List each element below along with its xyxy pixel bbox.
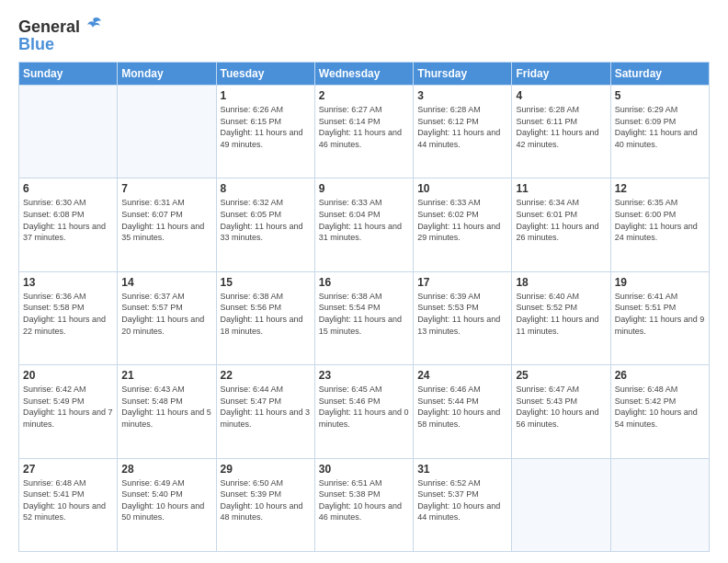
- calendar-cell: 21Sunrise: 6:43 AMSunset: 5:48 PMDayligh…: [118, 365, 216, 458]
- calendar-cell: 10Sunrise: 6:33 AMSunset: 6:02 PMDayligh…: [414, 178, 512, 271]
- day-info: Sunrise: 6:43 AMSunset: 5:48 PMDaylight:…: [121, 384, 211, 430]
- calendar-cell: 22Sunrise: 6:44 AMSunset: 5:47 PMDayligh…: [216, 365, 314, 458]
- day-info: Sunrise: 6:26 AMSunset: 6:15 PMDaylight:…: [221, 104, 311, 150]
- calendar-cell: [19, 86, 118, 178]
- day-number: 15: [221, 276, 311, 289]
- day-number: 26: [615, 369, 705, 382]
- day-info: Sunrise: 6:32 AMSunset: 6:05 PMDaylight:…: [221, 197, 311, 243]
- calendar-cell: 6Sunrise: 6:30 AMSunset: 6:08 PMDaylight…: [19, 178, 118, 271]
- day-info: Sunrise: 6:52 AMSunset: 5:37 PMDaylight:…: [417, 477, 507, 523]
- day-info: Sunrise: 6:30 AMSunset: 6:08 PMDaylight:…: [23, 197, 113, 243]
- calendar-cell: 13Sunrise: 6:36 AMSunset: 5:58 PMDayligh…: [19, 271, 118, 364]
- day-info: Sunrise: 6:33 AMSunset: 6:04 PMDaylight:…: [319, 197, 409, 243]
- day-number: 12: [615, 182, 705, 195]
- day-number: 19: [615, 276, 705, 289]
- day-number: 17: [417, 276, 507, 289]
- calendar-cell: 16Sunrise: 6:38 AMSunset: 5:54 PMDayligh…: [314, 271, 413, 364]
- day-number: 2: [319, 89, 409, 102]
- day-number: 24: [417, 369, 507, 382]
- day-info: Sunrise: 6:35 AMSunset: 6:00 PMDaylight:…: [615, 197, 705, 243]
- weekday-header-sunday: Sunday: [19, 63, 118, 86]
- day-number: 4: [516, 89, 606, 102]
- calendar-cell: 29Sunrise: 6:50 AMSunset: 5:39 PMDayligh…: [216, 458, 314, 551]
- day-info: Sunrise: 6:27 AMSunset: 6:14 PMDaylight:…: [319, 104, 409, 150]
- calendar-cell: [610, 458, 709, 551]
- calendar-cell: 28Sunrise: 6:49 AMSunset: 5:40 PMDayligh…: [118, 458, 216, 551]
- day-info: Sunrise: 6:37 AMSunset: 5:57 PMDaylight:…: [121, 291, 211, 337]
- calendar-cell: 8Sunrise: 6:32 AMSunset: 6:05 PMDaylight…: [216, 178, 314, 271]
- day-info: Sunrise: 6:41 AMSunset: 5:51 PMDaylight:…: [615, 291, 705, 337]
- day-number: 1: [221, 89, 311, 102]
- calendar-cell: 20Sunrise: 6:42 AMSunset: 5:49 PMDayligh…: [19, 365, 118, 458]
- calendar-cell: 23Sunrise: 6:45 AMSunset: 5:46 PMDayligh…: [314, 365, 413, 458]
- calendar-cell: 31Sunrise: 6:52 AMSunset: 5:37 PMDayligh…: [414, 458, 512, 551]
- day-info: Sunrise: 6:34 AMSunset: 6:01 PMDaylight:…: [516, 197, 606, 243]
- day-number: 9: [319, 182, 409, 195]
- weekday-header-tuesday: Tuesday: [216, 63, 314, 86]
- day-info: Sunrise: 6:46 AMSunset: 5:44 PMDaylight:…: [417, 384, 507, 430]
- week-row-4: 20Sunrise: 6:42 AMSunset: 5:49 PMDayligh…: [19, 365, 710, 458]
- day-number: 10: [417, 182, 507, 195]
- day-info: Sunrise: 6:33 AMSunset: 6:02 PMDaylight:…: [417, 197, 507, 243]
- page: General Blue SundayMondayTuesdayWednesda…: [0, 0, 728, 563]
- calendar-cell: 4Sunrise: 6:28 AMSunset: 6:11 PMDaylight…: [512, 86, 610, 178]
- weekday-header-saturday: Saturday: [610, 63, 709, 86]
- day-info: Sunrise: 6:49 AMSunset: 5:40 PMDaylight:…: [121, 477, 211, 523]
- day-number: 30: [319, 463, 409, 476]
- logo-bird-icon: [84, 15, 104, 39]
- weekday-header-monday: Monday: [118, 63, 216, 86]
- day-number: 5: [615, 89, 705, 102]
- calendar-cell: 18Sunrise: 6:40 AMSunset: 5:52 PMDayligh…: [512, 271, 610, 364]
- week-row-2: 6Sunrise: 6:30 AMSunset: 6:08 PMDaylight…: [19, 178, 710, 271]
- calendar-cell: 25Sunrise: 6:47 AMSunset: 5:43 PMDayligh…: [512, 365, 610, 458]
- week-row-5: 27Sunrise: 6:48 AMSunset: 5:41 PMDayligh…: [19, 458, 710, 551]
- logo-blue-text: Blue: [18, 35, 54, 54]
- logo-text: General: [18, 17, 80, 37]
- day-info: Sunrise: 6:28 AMSunset: 6:12 PMDaylight:…: [417, 104, 507, 150]
- calendar-table: SundayMondayTuesdayWednesdayThursdayFrid…: [18, 62, 710, 552]
- day-info: Sunrise: 6:39 AMSunset: 5:53 PMDaylight:…: [417, 291, 507, 337]
- day-number: 21: [121, 369, 211, 382]
- weekday-header-row: SundayMondayTuesdayWednesdayThursdayFrid…: [19, 63, 710, 86]
- header: General Blue: [18, 15, 710, 54]
- day-number: 29: [221, 463, 311, 476]
- day-number: 31: [417, 463, 507, 476]
- week-row-1: 1Sunrise: 6:26 AMSunset: 6:15 PMDaylight…: [19, 86, 710, 178]
- day-info: Sunrise: 6:31 AMSunset: 6:07 PMDaylight:…: [121, 197, 211, 243]
- calendar-cell: 24Sunrise: 6:46 AMSunset: 5:44 PMDayligh…: [414, 365, 512, 458]
- day-info: Sunrise: 6:48 AMSunset: 5:42 PMDaylight:…: [615, 384, 705, 430]
- day-info: Sunrise: 6:38 AMSunset: 5:54 PMDaylight:…: [319, 291, 409, 337]
- day-number: 16: [319, 276, 409, 289]
- day-number: 23: [319, 369, 409, 382]
- calendar-cell: 30Sunrise: 6:51 AMSunset: 5:38 PMDayligh…: [314, 458, 413, 551]
- day-number: 11: [516, 182, 606, 195]
- day-number: 20: [23, 369, 113, 382]
- day-number: 18: [516, 276, 606, 289]
- day-info: Sunrise: 6:38 AMSunset: 5:56 PMDaylight:…: [221, 291, 311, 337]
- day-info: Sunrise: 6:45 AMSunset: 5:46 PMDaylight:…: [319, 384, 409, 430]
- day-number: 27: [23, 463, 113, 476]
- day-number: 6: [23, 182, 113, 195]
- calendar-cell: 27Sunrise: 6:48 AMSunset: 5:41 PMDayligh…: [19, 458, 118, 551]
- weekday-header-wednesday: Wednesday: [314, 63, 413, 86]
- weekday-header-friday: Friday: [512, 63, 610, 86]
- day-info: Sunrise: 6:36 AMSunset: 5:58 PMDaylight:…: [23, 291, 113, 337]
- day-number: 28: [121, 463, 211, 476]
- weekday-header-thursday: Thursday: [414, 63, 512, 86]
- day-info: Sunrise: 6:48 AMSunset: 5:41 PMDaylight:…: [23, 477, 113, 523]
- calendar-cell: 26Sunrise: 6:48 AMSunset: 5:42 PMDayligh…: [610, 365, 709, 458]
- logo: General Blue: [18, 15, 104, 54]
- day-number: 3: [417, 89, 507, 102]
- calendar-cell: 2Sunrise: 6:27 AMSunset: 6:14 PMDaylight…: [314, 86, 413, 178]
- day-info: Sunrise: 6:29 AMSunset: 6:09 PMDaylight:…: [615, 104, 705, 150]
- day-info: Sunrise: 6:50 AMSunset: 5:39 PMDaylight:…: [221, 477, 311, 523]
- day-info: Sunrise: 6:40 AMSunset: 5:52 PMDaylight:…: [516, 291, 606, 337]
- day-number: 14: [121, 276, 211, 289]
- day-info: Sunrise: 6:44 AMSunset: 5:47 PMDaylight:…: [221, 384, 311, 430]
- calendar-cell: 1Sunrise: 6:26 AMSunset: 6:15 PMDaylight…: [216, 86, 314, 178]
- day-number: 13: [23, 276, 113, 289]
- day-info: Sunrise: 6:42 AMSunset: 5:49 PMDaylight:…: [23, 384, 113, 430]
- calendar-cell: 14Sunrise: 6:37 AMSunset: 5:57 PMDayligh…: [118, 271, 216, 364]
- day-info: Sunrise: 6:51 AMSunset: 5:38 PMDaylight:…: [319, 477, 409, 523]
- day-number: 22: [221, 369, 311, 382]
